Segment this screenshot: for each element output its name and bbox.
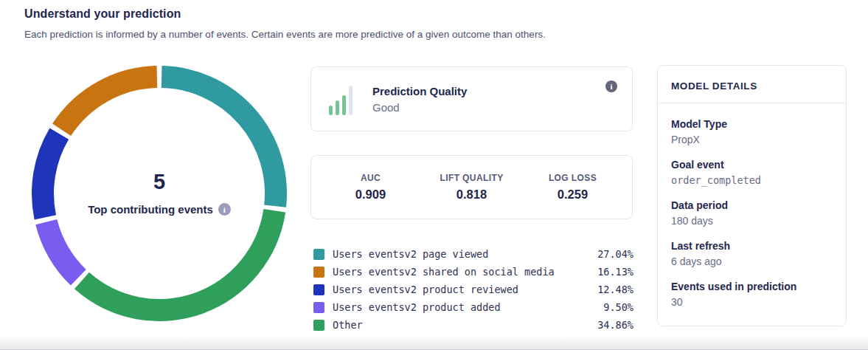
prediction-quality-card: Prediction Quality Good i: [310, 66, 633, 131]
legend-value: 27.04%: [597, 248, 633, 260]
legend-swatch: [313, 320, 324, 331]
metric-label: LIFT QUALITY: [421, 173, 522, 183]
donut-segment[interactable]: [43, 134, 59, 217]
field-data-period: Data period 180 days: [671, 199, 833, 227]
metric-label: LOG LOSS: [522, 173, 623, 183]
legend-item-shared-on-social-media: Users eventsv2 shared on social media 16…: [310, 263, 633, 281]
prediction-dashboard: Understand your prediction Each predicti…: [0, 0, 868, 350]
field-label: Events used in prediction: [671, 281, 833, 292]
metric-log-loss: LOG LOSS 0.259: [522, 173, 623, 202]
legend-label: Users eventsv2 shared on social media: [333, 266, 597, 278]
model-details-header: MODEL DETAILS: [658, 66, 846, 103]
field-label: Data period: [671, 199, 833, 211]
donut-segment[interactable]: [82, 210, 274, 310]
info-icon[interactable]: i: [218, 203, 231, 216]
field-value: 180 days: [671, 215, 833, 227]
metric-label: AUC: [320, 173, 421, 183]
top-contributing-events-donut-chart[interactable]: 5 Top contributing events i: [29, 64, 289, 323]
donut-segment[interactable]: [46, 222, 79, 278]
model-details-panel: MODEL DETAILS Model Type PropX Goal even…: [657, 65, 847, 326]
field-label: Goal event: [671, 159, 833, 171]
legend-item-other: Other 34.86%: [310, 316, 633, 334]
legend-label: Users eventsv2 page viewed: [333, 248, 597, 260]
field-goal-event: Goal event order_completed: [671, 159, 833, 186]
donut-segment[interactable]: [162, 77, 276, 206]
metric-value: 0.259: [522, 188, 623, 202]
donut-chart-svg[interactable]: [29, 64, 289, 323]
field-label: Last refresh: [671, 240, 833, 252]
prediction-quality-title: Prediction Quality: [372, 85, 605, 97]
model-metrics-card: AUC 0.909 LIFT QUALITY 0.818 LOG LOSS 0.…: [310, 155, 633, 219]
legend-value: 16.13%: [597, 266, 633, 278]
metric-value: 0.818: [421, 188, 522, 202]
legend-value: 9.50%: [597, 301, 633, 313]
info-icon[interactable]: i: [605, 80, 617, 92]
legend-value: 12.48%: [597, 284, 633, 295]
legend-swatch: [313, 302, 324, 313]
metric-lift-quality: LIFT QUALITY 0.818: [421, 173, 522, 202]
page-title: Understand your prediction: [24, 7, 546, 21]
bottom-fade-divider: [0, 336, 868, 350]
legend-item-page-viewed: Users eventsv2 page viewed 27.04%: [310, 245, 633, 263]
page-header: Understand your prediction Each predicti…: [24, 7, 546, 40]
legend-swatch: [313, 267, 324, 278]
donut-segment[interactable]: [62, 77, 157, 130]
page-subtitle: Each prediction is informed by a number …: [24, 29, 546, 40]
field-events-used: Events used in prediction 30: [671, 281, 833, 308]
legend-value: 34.86%: [597, 319, 633, 331]
field-value: order_completed: [671, 174, 833, 186]
prediction-quality-value: Good: [372, 101, 605, 114]
field-value: 6 days ago: [671, 255, 833, 267]
metric-auc: AUC 0.909: [320, 173, 421, 202]
chart-legend: Users eventsv2 page viewed 27.04% Users …: [310, 245, 633, 334]
metric-value: 0.909: [320, 188, 421, 202]
field-last-refresh: Last refresh 6 days ago: [671, 240, 833, 267]
field-label: Model Type: [671, 118, 833, 130]
bar-chart-icon: [329, 83, 354, 115]
legend-label: Other: [333, 319, 597, 331]
field-value: PropX: [671, 134, 833, 145]
legend-item-product-added: Users eventsv2 product added 9.50%: [310, 298, 633, 316]
legend-label: Users eventsv2 product added: [333, 301, 597, 313]
legend-swatch: [313, 249, 324, 260]
model-details-body: Model Type PropX Goal event order_comple…: [658, 103, 846, 323]
legend-swatch: [313, 284, 324, 295]
field-value: 30: [671, 296, 833, 308]
prediction-quality-text: Prediction Quality Good: [372, 85, 605, 114]
legend-item-product-reviewed: Users eventsv2 product reviewed 12.48%: [310, 281, 633, 298]
legend-label: Users eventsv2 product reviewed: [333, 284, 597, 295]
field-model-type: Model Type PropX: [671, 118, 833, 145]
